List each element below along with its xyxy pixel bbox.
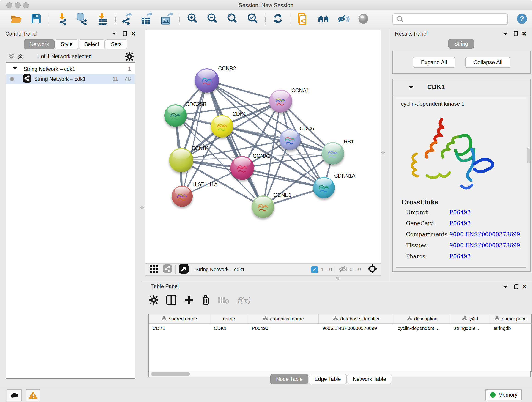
right-splitter-handle[interactable] bbox=[381, 151, 385, 154]
gene-entry-header[interactable]: CDK1 bbox=[393, 79, 530, 97]
crosslink-link[interactable]: 9606.ENSP00000378699 bbox=[450, 242, 520, 249]
results-panel-tabs: String bbox=[390, 39, 532, 49]
node-CDC6[interactable] bbox=[279, 129, 301, 150]
node-CCNE1[interactable] bbox=[252, 196, 274, 218]
save-session-icon[interactable] bbox=[30, 12, 43, 25]
node-CCNB1[interactable] bbox=[169, 148, 193, 172]
node-RB1[interactable] bbox=[322, 142, 344, 165]
fit-selected-crosshair-icon[interactable] bbox=[367, 264, 377, 275]
show-columns-icon[interactable] bbox=[166, 295, 177, 306]
memory-button[interactable]: Memory bbox=[486, 389, 522, 400]
table-panel-close-icon[interactable]: ✕ bbox=[522, 283, 527, 290]
crosslink-link[interactable]: P06493 bbox=[450, 209, 471, 216]
tab-string[interactable]: String bbox=[448, 39, 474, 49]
export-image-icon[interactable] bbox=[160, 12, 173, 25]
open-session-icon[interactable] bbox=[10, 12, 23, 25]
table-hscrollbar-thumb[interactable] bbox=[151, 372, 190, 376]
control-panel-menu-icon[interactable] bbox=[111, 30, 117, 38]
cloud-button[interactable] bbox=[7, 389, 22, 401]
cell-name[interactable]: CDK1 bbox=[210, 324, 248, 333]
network-row[interactable]: String Network – cdk1 11 48 bbox=[6, 74, 135, 84]
table-panel-float-icon[interactable] bbox=[513, 283, 520, 291]
table-row[interactable]: CDK1CDK1P064939606.ENSP00000378699cyclin… bbox=[149, 324, 531, 333]
zoom-selected-icon[interactable] bbox=[246, 12, 259, 25]
edge-CCNB2-HIST1H1A[interactable] bbox=[182, 80, 207, 196]
import-network-file-icon[interactable] bbox=[56, 12, 69, 25]
tab-sets[interactable]: Sets bbox=[105, 39, 127, 49]
expand-all-button[interactable]: Expand All bbox=[413, 57, 455, 68]
protein-ribbon-thumbnail bbox=[200, 75, 214, 88]
node-CCNB2[interactable] bbox=[195, 68, 219, 93]
column-header-canonical-name[interactable]: canonical name bbox=[248, 314, 319, 323]
inactive-eye-icon[interactable] bbox=[357, 12, 370, 25]
column-header-id[interactable]: @id bbox=[450, 314, 490, 323]
birdseye-view-icon[interactable] bbox=[179, 264, 189, 275]
edge-CCNB2-CCNE1[interactable] bbox=[207, 80, 263, 207]
selected-checkbox[interactable]: ✓ bbox=[311, 266, 318, 273]
home-icon[interactable] bbox=[317, 12, 330, 25]
crosslink-link[interactable]: 9606.ENSP00000378699 bbox=[450, 231, 520, 238]
table-settings-gear-icon[interactable] bbox=[149, 295, 158, 306]
node-CDK1[interactable] bbox=[211, 115, 233, 138]
hidden-eye-icon[interactable] bbox=[339, 265, 348, 274]
entry-collapse-icon[interactable] bbox=[408, 85, 414, 91]
node-HIST1H1A[interactable] bbox=[172, 186, 193, 207]
tab-edge-table[interactable]: Edge Table bbox=[309, 374, 347, 384]
network-collection-row[interactable]: String Network – cdk1 1 bbox=[6, 64, 135, 74]
column-label: namespace bbox=[502, 316, 527, 322]
refresh-icon[interactable] bbox=[272, 12, 284, 25]
cell-shared-name[interactable]: CDK1 bbox=[149, 324, 210, 333]
node-CDKN1A[interactable] bbox=[313, 177, 335, 198]
table-panel-menu-icon[interactable] bbox=[502, 283, 509, 291]
network-snapshot-icon[interactable] bbox=[297, 12, 309, 25]
import-table-icon[interactable] bbox=[96, 12, 109, 25]
control-panel-float-icon[interactable] bbox=[122, 30, 128, 38]
zoom-out-icon[interactable] bbox=[206, 12, 219, 25]
results-panel-menu-icon[interactable] bbox=[502, 30, 509, 38]
cell-namespace[interactable]: stringdb bbox=[490, 324, 531, 333]
column-header-description[interactable]: description bbox=[394, 314, 450, 323]
node-CCNA1[interactable] bbox=[269, 89, 292, 113]
cell-id[interactable]: stringdb:9... bbox=[450, 324, 490, 333]
node-CDC25B[interactable] bbox=[164, 104, 187, 127]
collection-expand-icon[interactable] bbox=[12, 66, 18, 72]
column-header-name[interactable]: name bbox=[210, 314, 248, 323]
results-panel-float-icon[interactable] bbox=[513, 30, 519, 38]
toolbar-separator bbox=[291, 14, 291, 24]
collapse-all-button[interactable]: Collapse All bbox=[465, 57, 510, 68]
column-header-database-identifier[interactable]: database identifier bbox=[319, 314, 394, 323]
tab-node-table[interactable]: Node Table bbox=[270, 374, 308, 384]
export-network-icon[interactable] bbox=[120, 12, 133, 25]
results-scrollbar-thumb[interactable] bbox=[527, 148, 530, 163]
bottom-splitter-handle[interactable] bbox=[336, 277, 339, 280]
cell-description[interactable]: cyclin-dependent ... bbox=[394, 324, 450, 333]
control-panel-close-icon[interactable]: ✕ bbox=[131, 30, 136, 37]
warnings-button[interactable] bbox=[26, 389, 40, 401]
search-input[interactable] bbox=[406, 16, 507, 22]
zoom-in-icon[interactable] bbox=[186, 12, 199, 25]
grid-view-icon[interactable] bbox=[150, 264, 159, 275]
column-header-shared-name[interactable]: shared name bbox=[149, 314, 210, 323]
add-column-icon[interactable] bbox=[184, 295, 194, 306]
tab-style[interactable]: Style bbox=[55, 39, 78, 49]
hide-panel-eye-icon[interactable] bbox=[337, 12, 350, 25]
tab-network-table[interactable]: Network Table bbox=[347, 374, 392, 384]
results-panel-close-icon[interactable]: ✕ bbox=[521, 30, 527, 37]
import-network-database-icon[interactable] bbox=[75, 12, 88, 25]
tab-select[interactable]: Select bbox=[79, 39, 105, 49]
delete-column-icon[interactable] bbox=[201, 295, 210, 306]
tab-network[interactable]: Network bbox=[24, 39, 55, 49]
zoom-fit-icon[interactable] bbox=[226, 12, 239, 25]
network-options-gear-icon[interactable] bbox=[125, 52, 134, 62]
node-CCNA2[interactable] bbox=[230, 156, 254, 180]
crosslink-link[interactable]: P06493 bbox=[450, 253, 471, 260]
cell-canonical-name[interactable]: P06493 bbox=[248, 324, 319, 333]
help-button[interactable]: ? bbox=[515, 12, 528, 25]
column-header-namespace[interactable]: namespace bbox=[490, 314, 531, 323]
cell-database-identifier[interactable]: 9606.ENSP00000378699 bbox=[319, 324, 394, 333]
left-splitter-handle[interactable] bbox=[140, 206, 144, 209]
network-view-share-icon[interactable] bbox=[163, 264, 172, 275]
search-box[interactable] bbox=[393, 13, 508, 25]
export-table-icon[interactable] bbox=[140, 12, 152, 25]
crosslink-link[interactable]: P06493 bbox=[450, 220, 471, 227]
